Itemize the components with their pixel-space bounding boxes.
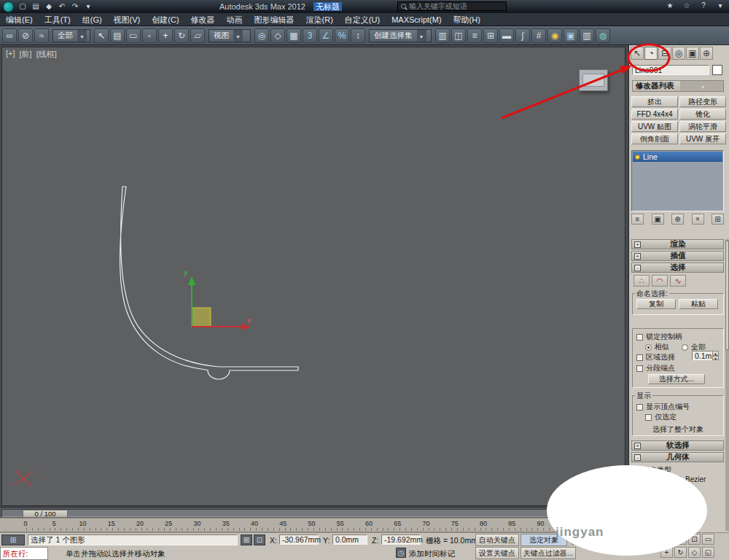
select-and-link-icon[interactable]: ∞ (2, 28, 17, 43)
timeline-tick-label[interactable]: 65 (394, 520, 401, 527)
add-time-tag[interactable]: 添加时间标记 (409, 549, 455, 559)
select-by-name-icon[interactable]: ▤ (110, 28, 125, 43)
select-and-manipulate-icon[interactable]: ◇ (270, 28, 285, 43)
timeline-tick-label[interactable]: 70 (422, 520, 429, 527)
timeline-tick-label[interactable]: 25 (165, 520, 172, 527)
rollout-geometry[interactable]: - 几何体 (631, 452, 724, 462)
snaps-toggle-icon[interactable]: 3 (303, 28, 317, 43)
absolute-mode-icon[interactable]: ⊡ (254, 534, 265, 545)
timeline-tick-label[interactable]: 50 (308, 520, 315, 527)
timeline-tick-label[interactable]: 30 (193, 520, 200, 527)
named-selection-sets-dropdown[interactable]: 创建选择集 (369, 29, 432, 42)
spinner-arrows-icon[interactable] (712, 351, 719, 360)
selection-lock-icon[interactable]: ⊠ (241, 534, 252, 545)
menu-views[interactable]: 视图(V) (108, 13, 147, 26)
zoom-region-icon[interactable]: ▭ (702, 534, 714, 545)
render-production-icon[interactable]: ◍ (596, 28, 610, 43)
lock-handles-checkbox[interactable]: 锁定控制柄 (636, 332, 682, 342)
z-coordinate-field[interactable]: -19.692mm (381, 534, 421, 545)
tab-modify[interactable]: ◔ (644, 47, 658, 60)
track-bar[interactable]: 0510152025303540455055606570758085909510… (0, 518, 625, 532)
menu-maxscript[interactable]: MAXScript(M) (386, 13, 447, 26)
modifier-list-dropdown[interactable]: 修改器列表 (632, 80, 724, 92)
layer-manager-icon[interactable]: ⊞ (483, 28, 498, 43)
remove-modifier-icon[interactable]: × (692, 214, 704, 225)
select-and-move-icon[interactable]: + (158, 28, 173, 43)
schematic-view-icon[interactable]: # (531, 28, 546, 43)
rendered-frame-window-icon[interactable]: ▥ (580, 28, 594, 43)
select-and-scale-icon[interactable]: ▱ (190, 28, 205, 43)
menu-tools[interactable]: 工具(T) (39, 13, 77, 26)
timeline-tick-label[interactable]: 55 (337, 520, 344, 527)
area-threshold-spinner[interactable]: 0.1mm (692, 351, 719, 360)
menu-graph-editors[interactable]: 图形编辑器 (249, 13, 300, 26)
spinner-snap-icon[interactable]: ↕ (351, 28, 365, 43)
viewport-menu-shading[interactable]: [线框] (36, 49, 57, 60)
help-icon[interactable]: ? (698, 1, 709, 11)
panel-scrollbar-thumb[interactable] (725, 241, 729, 350)
x-coordinate-field[interactable]: -30.967mm (279, 534, 319, 545)
make-unique-icon[interactable]: ⊕ (671, 214, 684, 225)
infocenter-dropdown-icon[interactable]: ▾ (714, 1, 726, 11)
communication-center-icon[interactable]: ★ (664, 1, 676, 11)
timeline-tick-label[interactable]: 80 (480, 520, 487, 527)
turbosmooth-button[interactable]: 涡轮平滑 (679, 121, 726, 132)
material-editor-icon[interactable]: ◉ (547, 28, 562, 43)
menu-help[interactable]: 帮助(H) (448, 13, 486, 26)
selection-filter-dropdown[interactable]: 全部 (52, 29, 90, 42)
pin-stack-icon[interactable]: ≡ (631, 214, 644, 225)
timeline-tick-label[interactable]: 0 (22, 520, 29, 527)
timeline-tick-label[interactable]: 45 (279, 520, 286, 527)
vertex-subobject-icon[interactable]: ∴ (634, 275, 650, 287)
select-object-icon[interactable]: ↖ (94, 28, 109, 43)
percent-snap-icon[interactable]: % (335, 28, 349, 43)
timeline-tick-label[interactable]: 5 (50, 520, 58, 527)
align-icon[interactable]: ≡ (467, 28, 482, 43)
viewport-front[interactable]: [+] [前] [线框] y x (1, 47, 625, 506)
timeline-tick-label[interactable]: 20 (136, 520, 144, 527)
viewport-menu-general[interactable]: [+] (6, 49, 15, 60)
keyboard-override-icon[interactable]: ▦ (286, 28, 301, 43)
orbit-icon[interactable]: ↻ (674, 547, 687, 558)
timeline-tick-label[interactable]: 90 (537, 520, 544, 527)
tab-create[interactable]: ↖ (631, 47, 644, 60)
key-filters-button[interactable]: 关键点过滤器... (521, 547, 576, 559)
timeline-tick-label[interactable]: 10 (79, 520, 86, 527)
copy-selection-button[interactable]: 复制 (636, 299, 676, 309)
edit-named-selection-sets-icon[interactable]: ▥ (435, 28, 450, 43)
y-coordinate-field[interactable]: 0.0mm (332, 534, 367, 545)
time-slider-handle[interactable]: 0 / 100 (23, 510, 68, 518)
unwrap-uvw-button[interactable]: UVW 展开 (679, 133, 726, 144)
spline-subobject-icon[interactable]: ∿ (670, 275, 686, 287)
maxscript-mini-listener[interactable]: 所在行: (0, 547, 48, 560)
viewport-menu-view[interactable]: [前] (20, 49, 32, 60)
menu-animation[interactable]: 动画 (221, 13, 249, 26)
paste-selection-button[interactable]: 粘贴 (679, 299, 718, 309)
menu-customize[interactable]: 自定义(U) (339, 13, 386, 26)
taper-button[interactable]: 锥化 (679, 109, 726, 120)
rollout-selection[interactable]: - 选择 (631, 262, 724, 273)
visibility-bulb-icon[interactable] (635, 155, 640, 160)
timeline-tick-label[interactable]: 40 (251, 520, 258, 527)
menu-modifiers[interactable]: 修改器 (185, 13, 221, 26)
timeline-tick-label[interactable]: 75 (451, 520, 459, 527)
select-and-rotate-icon[interactable]: ↻ (174, 28, 189, 43)
selected-only-checkbox[interactable]: 仅选定 (645, 412, 677, 422)
menu-edit[interactable]: 编辑(E) (0, 13, 39, 26)
bevel-profile-button[interactable]: 倒角剖面 (631, 133, 678, 144)
ffd-4x4x4-button[interactable]: FFD 4x4x4 (631, 109, 678, 120)
timeline-tick-label[interactable]: 35 (222, 520, 230, 527)
similar-radio[interactable]: 相似 (645, 342, 669, 352)
favorites-icon[interactable]: ☆ (681, 1, 693, 11)
menu-rendering[interactable]: 渲染(R) (300, 13, 339, 26)
curve-editor-icon[interactable]: ∫ (515, 28, 530, 43)
uvw-map-button[interactable]: UVW 贴图 (631, 121, 678, 132)
rollout-soft-selection[interactable]: + 软选择 (631, 440, 724, 451)
object-color-swatch[interactable] (712, 65, 722, 75)
object-name-field[interactable]: Line001 (632, 65, 709, 75)
timeline-tick-label[interactable]: 60 (365, 520, 373, 527)
timeline-tick-label[interactable]: 15 (108, 520, 115, 527)
set-key-button[interactable]: 设置关键点 (475, 547, 519, 559)
stack-item-line[interactable]: Line (633, 152, 722, 162)
rollout-render[interactable]: + 渲染 (631, 239, 724, 249)
